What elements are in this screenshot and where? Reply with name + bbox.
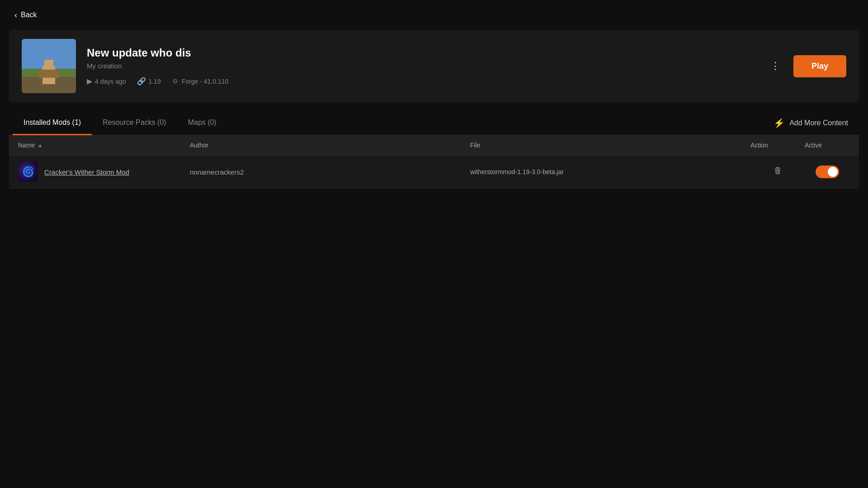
col-header-file: File <box>470 142 750 149</box>
back-button[interactable]: ‹ Back <box>0 0 52 30</box>
tabs-list: Installed Mods (1) Resource Packs (0) Ma… <box>13 111 766 135</box>
version-meta: 🔗 1.19 <box>137 77 161 85</box>
file-cell: witherstormmod-1.19-3.0-beta.jar <box>470 168 750 175</box>
mod-cell: Cracker's Wither Storm Mod <box>18 162 190 182</box>
tab-installed-mods[interactable]: Installed Mods (1) <box>13 111 92 135</box>
instance-title: New update who dis <box>87 47 756 59</box>
col-header-active: Active <box>805 142 850 149</box>
col-header-name: Name ▲ <box>18 142 190 149</box>
instance-meta: ▶ 4 days ago 🔗 1.19 ⛭ Forge - 41.0.110 <box>87 77 756 85</box>
tabs-section: Installed Mods (1) Resource Packs (0) Ma… <box>9 111 859 135</box>
table-row: Cracker's Wither Storm Mod nonamecracker… <box>9 156 859 189</box>
table-header: Name ▲ Author File Action Active <box>9 135 859 156</box>
author-cell: nonamecrackers2 <box>190 168 470 176</box>
play-time-icon: ▶ <box>87 77 92 85</box>
trash-icon <box>773 166 782 175</box>
mod-icon <box>18 162 38 182</box>
play-button[interactable]: Play <box>793 55 846 77</box>
content-table: Name ▲ Author File Action Active Cracker… <box>9 135 859 189</box>
last-played-value: 4 days ago <box>95 78 126 85</box>
back-label: Back <box>21 11 37 19</box>
col-header-author: Author <box>190 142 470 149</box>
loader-icon: ⛭ <box>172 77 179 85</box>
mod-name-link[interactable]: Cracker's Wither Storm Mod <box>44 168 129 176</box>
more-options-button[interactable]: ⋮ <box>767 57 784 75</box>
active-cell <box>805 166 850 178</box>
active-toggle[interactable] <box>816 166 839 178</box>
instance-info: New update who dis My creation ▶ 4 days … <box>87 47 756 85</box>
version-value: 1.19 <box>149 78 161 85</box>
add-content-button[interactable]: ⚡ Add More Content <box>766 112 855 134</box>
last-played-meta: ▶ 4 days ago <box>87 77 126 85</box>
col-header-action: Action <box>750 142 805 149</box>
puzzle-icon: ⚡ <box>774 118 785 128</box>
instance-card: New update who dis My creation ▶ 4 days … <box>9 30 859 102</box>
loader-value: Forge - 41.0.110 <box>182 78 229 85</box>
action-cell <box>750 164 805 180</box>
loader-meta: ⛭ Forge - 41.0.110 <box>172 77 229 85</box>
instance-thumbnail <box>22 39 76 93</box>
delete-button[interactable] <box>770 164 785 180</box>
sort-arrow-icon: ▲ <box>38 142 42 148</box>
version-icon: 🔗 <box>137 77 146 85</box>
add-content-label: Add More Content <box>789 119 848 127</box>
instance-actions: ⋮ Play <box>767 55 846 77</box>
instance-subtitle: My creation <box>87 62 756 70</box>
tab-resource-packs[interactable]: Resource Packs (0) <box>92 111 177 135</box>
tab-maps[interactable]: Maps (0) <box>177 111 227 135</box>
back-chevron-icon: ‹ <box>14 11 17 19</box>
